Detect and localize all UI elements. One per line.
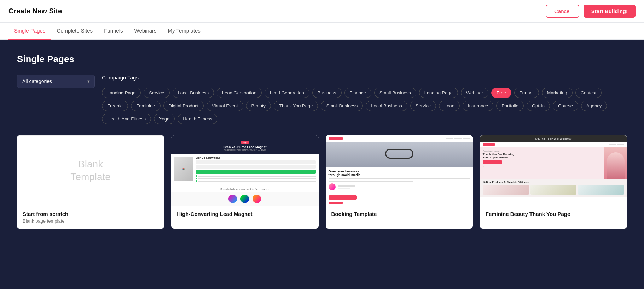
template-desc-blank: Blank page template [23,218,158,224]
tag-freebie-14[interactable]: Freebie [102,101,128,111]
template-info-booking: Booking Template [326,206,473,223]
tab-funnels[interactable]: Funnels [98,23,128,40]
main-content: Single Pages All categories Landing Page… [0,40,644,289]
tag-local-business-2[interactable]: Local Business [173,88,214,98]
tag-contest-13[interactable]: Contest [575,88,602,98]
template-preview-lead-magnet: logo Grab Your Free Lead Magnet And Incr… [171,135,318,206]
campaign-tags-label: Campaign Tags [102,75,139,81]
tag-beauty-18[interactable]: Beauty [246,101,271,111]
tag-opt-in-26[interactable]: Opt-In [527,101,550,111]
template-info-feminine-beauty: Feminine Beauty Thank You Page [480,206,627,223]
campaign-tags-section: Campaign Tags Landing PageServiceLocal B… [102,75,627,124]
tag-business-5[interactable]: Business [312,88,342,98]
tag-feminine-15[interactable]: Feminine [131,101,160,111]
tag-lead-generation-3[interactable]: Lead Generation [217,88,262,98]
tag-digital-product-16[interactable]: Digital Product [163,101,204,111]
booking-screenshot: Grow your businessthrough social media [326,135,473,206]
template-name-feminine-beauty: Feminine Beauty Thank You Page [486,211,621,217]
tag-virtual-event-17[interactable]: Virtual Event [207,101,243,111]
section-title: Single Pages [17,54,627,65]
tag-service-1[interactable]: Service [144,88,169,98]
tag-free-10[interactable]: Free [491,88,511,98]
tag-local-business-21[interactable]: Local Business [366,101,407,111]
tag-funnel-11[interactable]: Funnel [514,88,539,98]
tab-bar: Single Pages Complete Sites Funnels Webi… [0,23,644,40]
template-info-lead-magnet: High-Converting Lead Magnet [171,206,318,223]
lead-magnet-screenshot: logo Grab Your Free Lead Magnet And Incr… [171,135,318,206]
template-card-blank[interactable]: Blank Template Start from scratch Blank … [17,135,164,229]
category-select[interactable]: All categories Landing Page Lead Generat… [17,75,95,88]
tab-webinars[interactable]: Webinars [129,23,162,40]
template-preview-booking: Grow your businessthrough social media [326,135,473,206]
tag-yoga-30[interactable]: Yoga [154,114,175,124]
tab-complete-sites[interactable]: Complete Sites [51,23,98,40]
tag-loan-23[interactable]: Loan [439,101,460,111]
tag-health-and-fitness-29[interactable]: Health And Fitness [102,114,151,124]
tag-finance-6[interactable]: Finance [344,88,371,98]
feminine-beauty-screenshot: logo · can't think what you need? Free A… [480,135,627,206]
tag-insurance-24[interactable]: Insurance [463,101,493,111]
template-card-feminine-beauty[interactable]: logo · can't think what you need? Free A… [480,135,627,229]
template-info-blank: Start from scratch Blank page template [17,206,164,229]
start-building-button[interactable]: Start Building! [584,5,636,18]
tag-thank-you-page-19[interactable]: Thank You Page [274,101,318,111]
filter-row: All categories Landing Page Lead Generat… [17,75,627,124]
category-select-wrapper: All categories Landing Page Lead Generat… [17,75,95,88]
template-name-blank: Start from scratch [23,211,158,217]
template-grid: Blank Template Start from scratch Blank … [17,135,627,229]
tag-lead-generation-4[interactable]: Lead Generation [265,88,309,98]
tag-course-27[interactable]: Course [553,101,578,111]
tag-agency-28[interactable]: Agency [581,101,607,111]
tab-my-templates[interactable]: My Templates [162,23,206,40]
template-card-lead-magnet[interactable]: logo Grab Your Free Lead Magnet And Incr… [171,135,318,229]
tag-portfolio-25[interactable]: Portfolio [496,101,524,111]
tag-small-business-7[interactable]: Small Business [374,88,416,98]
blank-template-text: Blank Template [70,158,111,184]
tab-single-pages[interactable]: Single Pages [8,23,51,40]
tag-small-business-20[interactable]: Small Business [321,101,363,111]
template-name-lead-magnet: High-Converting Lead Magnet [177,211,313,217]
tag-marketing-12[interactable]: Marketing [542,88,573,98]
tag-webinar-9[interactable]: Webinar [461,88,488,98]
header-actions: Cancel Start Building! [546,5,636,18]
header: Create New Site Cancel Start Building! [0,0,644,23]
cancel-button[interactable]: Cancel [546,5,579,18]
tag-landing-page-8[interactable]: Landing Page [419,88,458,98]
template-name-booking: Booking Template [331,211,467,217]
tag-health-fitness-31[interactable]: Health Fitness [178,114,217,124]
template-preview-feminine-beauty: logo · can't think what you need? Free A… [480,135,627,206]
tags-container: Landing PageServiceLocal BusinessLead Ge… [102,88,627,124]
page-title: Create New Site [8,7,62,15]
tag-service-22[interactable]: Service [410,101,436,111]
tag-landing-page-0[interactable]: Landing Page [102,88,141,98]
template-preview-blank: Blank Template [17,135,164,206]
template-card-booking[interactable]: Grow your businessthrough social media [326,135,473,229]
